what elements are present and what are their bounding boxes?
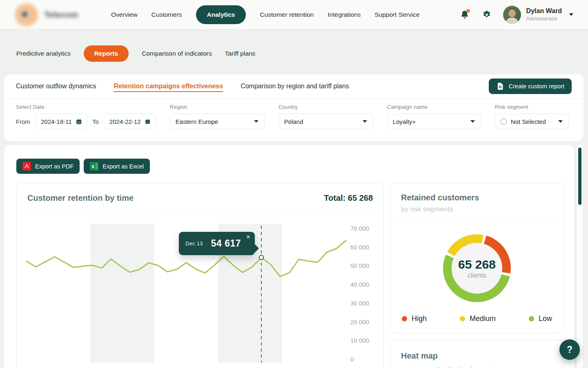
date-from-input[interactable]: 2024-18-11: [35, 114, 87, 129]
export-excel-label: Export as Excel: [102, 163, 144, 170]
chevron-down-icon: [362, 120, 368, 123]
notification-badge: [466, 9, 470, 13]
user-menu-toggle[interactable]: [568, 13, 574, 16]
tab-comparison-by-region-and-tariff-plans[interactable]: Comparison by region and tariff plans: [241, 83, 349, 90]
calendar-icon: [145, 118, 150, 126]
topbar-actions: Dylan Ward Administrator: [448, 6, 574, 24]
dashboard-page: Telecom Overview Customers Analytics Cus…: [0, 0, 588, 368]
filter-campaign-group: Campaign name Loyalty+: [387, 104, 481, 129]
risk-card-subtitle: by risk segments: [401, 205, 553, 213]
nav-item-customer-retention[interactable]: Customer retention: [260, 11, 314, 18]
risk-donut-chart: 65 268 clients: [443, 234, 511, 302]
legend-item-low: Low: [529, 314, 552, 323]
to-label: To: [92, 118, 99, 125]
country-label: Country: [278, 104, 373, 110]
y-axis-labels: 70 000 60 000 50 000 40 000 30 000 20 00…: [350, 224, 375, 363]
excel-file-icon: x: [90, 162, 98, 171]
risk-segment-value: Not Selected: [511, 118, 546, 125]
export-buttons: Export as PDF x Export as Excel: [16, 159, 150, 174]
tab-customer-outflow-dynamics[interactable]: Customer outflow dynamics: [16, 83, 96, 90]
page-scrollbar-track[interactable]: [576, 144, 584, 368]
date-from-value: 2024-18-11: [41, 118, 72, 125]
user-name: Dylan Ward: [526, 7, 562, 15]
help-button[interactable]: ?: [559, 339, 580, 360]
nav-item-integrations[interactable]: Integrations: [327, 11, 361, 18]
region-value: Eastern Europe: [176, 118, 218, 125]
nav-item-customers[interactable]: Customers: [151, 11, 182, 18]
brand-logo: [15, 3, 38, 26]
filter-region-group: Region Eastern Europe: [170, 104, 265, 129]
filter-date-group: Select Date From 2024-18-11 To: [16, 104, 156, 129]
campaign-name-label: Campaign name: [387, 104, 481, 110]
risk-segment-select[interactable]: Not Selected: [495, 114, 569, 129]
nav-item-support-service[interactable]: Support Service: [374, 11, 419, 18]
notifications-button[interactable]: [460, 10, 470, 20]
risk-card-header: Retained customers by risk segments: [390, 183, 564, 222]
country-value: Poland: [284, 118, 303, 125]
pdf-file-icon: [22, 162, 31, 171]
heat-map-title: Heat map: [401, 351, 553, 361]
y-tick: 40 000: [350, 281, 375, 288]
heat-map-subtitle: customers distribution by region: [401, 366, 553, 368]
export-excel-button[interactable]: x Export as Excel: [84, 159, 150, 174]
user-avatar[interactable]: [503, 6, 521, 24]
radio-unselected-icon: [501, 119, 507, 125]
nav-item-analytics[interactable]: Analytics: [196, 5, 246, 24]
y-tick: 30 000: [350, 300, 375, 307]
campaign-select[interactable]: Loyalty+: [387, 114, 481, 129]
tab-predictive-analytics[interactable]: Predictive analytics: [16, 50, 71, 57]
retained-customers-card: Retained customers by risk segments 65 2…: [390, 183, 564, 333]
tooltip-close-icon[interactable]: ✕: [246, 234, 250, 240]
create-custom-report-label: Create custom report: [509, 83, 564, 90]
from-label: From: [16, 118, 30, 125]
create-custom-report-button[interactable]: Create custom report: [489, 79, 572, 94]
risk-segment-label: Risk segment: [495, 104, 569, 110]
customer-retention-chart-card: Customer retention by time Total: 65 268…: [16, 183, 384, 368]
brand-name: Telecom: [44, 10, 83, 20]
y-tick: 70 000: [350, 225, 375, 232]
campaign-value: Loyalty+: [393, 118, 416, 125]
legend-item-high: High: [402, 314, 427, 323]
analytics-section-tabs: Predictive analytics Reports Comparison …: [16, 44, 255, 63]
chevron-down-icon: [558, 120, 563, 123]
heat-map-card: Heat map customers distribution by regio…: [390, 339, 564, 368]
report-type-tabs: Customer outflow dynamics Retention camp…: [4, 74, 584, 99]
nav-item-overview[interactable]: Overview: [111, 11, 138, 18]
user-role: Administrator: [526, 16, 562, 22]
total-label: Total:: [324, 193, 345, 202]
selected-point-marker[interactable]: [259, 255, 264, 260]
gear-icon: [482, 10, 492, 20]
donut-total-label: clients: [468, 272, 486, 279]
total-value: 65 268: [348, 193, 373, 202]
chart-header: Customer retention by time Total: 65 268: [17, 183, 383, 213]
donut-center: 65 268 clients: [452, 243, 502, 294]
y-tick: 60 000: [350, 244, 375, 251]
report-filter-card: Customer outflow dynamics Retention camp…: [4, 74, 584, 141]
country-select[interactable]: Poland: [278, 114, 373, 129]
chart-total: Total: 65 268: [324, 193, 373, 203]
y-tick: 20 000: [350, 319, 375, 325]
page-scrollbar-thumb[interactable]: [578, 148, 581, 205]
tab-comparison-of-indicators[interactable]: Comparison of indicators: [142, 50, 212, 57]
export-pdf-label: Export as PDF: [35, 163, 74, 170]
date-to-input[interactable]: 2024-22-12: [104, 114, 156, 129]
donut-total-value: 65 268: [458, 258, 496, 272]
legend-dot-low: [529, 316, 534, 321]
tab-reports[interactable]: Reports: [84, 45, 129, 62]
region-select[interactable]: Eastern Europe: [170, 114, 265, 129]
legend-dot-high: [402, 316, 407, 321]
chevron-down-icon: [568, 13, 574, 16]
main-nav: Overview Customers Analytics Customer re…: [111, 5, 420, 24]
settings-button[interactable]: [482, 10, 492, 20]
date-to-value: 2024-22-12: [109, 118, 141, 125]
tab-tariff-plans[interactable]: Tariff plans: [225, 50, 256, 57]
legend-item-medium: Medium: [460, 314, 496, 323]
user-info: Dylan Ward Administrator: [526, 7, 562, 22]
filter-country-group: Country Poland: [278, 104, 373, 129]
retention-plot-area: Dec 13 54 617 ✕: [27, 224, 346, 363]
legend-label-low: Low: [539, 314, 552, 323]
export-pdf-button[interactable]: Export as PDF: [16, 159, 80, 174]
tab-retention-campaigns-effectiveness[interactable]: Retention campaigns effectiveness: [114, 83, 223, 90]
document-icon: [496, 82, 504, 90]
y-tick: 50 000: [350, 263, 375, 269]
